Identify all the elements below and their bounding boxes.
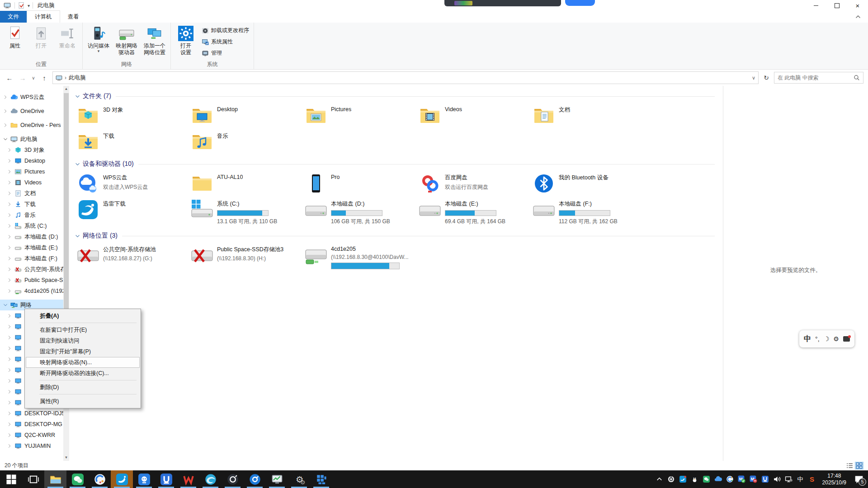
sidebar-item[interactable]: Videos bbox=[0, 177, 69, 188]
chevron-right-icon[interactable] bbox=[7, 277, 12, 283]
chevron-down-icon[interactable] bbox=[75, 161, 80, 167]
chevron-right-icon[interactable] bbox=[7, 346, 12, 351]
chevron-right-icon[interactable] bbox=[7, 158, 12, 164]
sidebar-item[interactable]: 4cd1e205 (\\192.168.8.30 bbox=[0, 286, 69, 296]
forward-button[interactable]: → bbox=[18, 74, 28, 82]
details-view-button[interactable] bbox=[845, 462, 854, 469]
taskbar-settings-app[interactable]: ⚙⚙ bbox=[288, 470, 310, 488]
scrollbar-thumb[interactable] bbox=[64, 93, 69, 314]
section-header-folders[interactable]: 文件夹 (7) bbox=[75, 91, 723, 101]
context-menu-item[interactable]: 属性(R) bbox=[26, 396, 140, 407]
search-input[interactable]: 在 此电脑 中搜索 bbox=[774, 72, 863, 84]
ime-settings-gear-icon[interactable]: ⚙ bbox=[833, 335, 839, 343]
chevron-right-icon[interactable] bbox=[7, 180, 12, 185]
tray-ime-mode[interactable]: 中 bbox=[797, 475, 804, 483]
taskbar-system-monitor-app[interactable] bbox=[266, 470, 288, 488]
sidebar-item[interactable]: 3D 对象 bbox=[0, 145, 69, 155]
context-menu-item[interactable]: 折叠(A) bbox=[26, 310, 140, 321]
quick-access-dropdown-icon[interactable]: ▾ bbox=[28, 3, 30, 8]
file-item[interactable]: 文档 bbox=[530, 103, 644, 129]
tray-u-app[interactable] bbox=[761, 475, 769, 483]
sidebar-item[interactable]: 音乐 bbox=[0, 210, 69, 221]
sidebar-item[interactable]: 公共空间-系统存储池 bbox=[0, 264, 69, 275]
sidebar-item[interactable]: 系统 (C:) bbox=[0, 221, 69, 231]
sidebar-item[interactable]: Q2C-KWRR bbox=[0, 430, 69, 441]
file-item[interactable]: 本地磁盘 (E:)69.4 GB 可用, 共 164 GB bbox=[416, 197, 530, 227]
chevron-right-icon[interactable] bbox=[7, 411, 12, 416]
chevron-right-icon[interactable] bbox=[3, 108, 8, 114]
chevron-right-icon[interactable] bbox=[7, 223, 12, 229]
back-button[interactable]: ← bbox=[5, 74, 14, 82]
taskbar-start-button[interactable] bbox=[0, 470, 22, 488]
chevron-right-icon[interactable] bbox=[7, 191, 12, 196]
breadcrumb-chevron-icon[interactable]: › bbox=[65, 75, 66, 81]
large-icons-view-button[interactable] bbox=[855, 462, 863, 469]
chevron-right-icon[interactable] bbox=[7, 202, 12, 207]
tray-cloud-drive[interactable] bbox=[714, 475, 722, 483]
tray-app-1[interactable] bbox=[667, 475, 675, 483]
ribbon-small-button-manage[interactable]: 管理 bbox=[202, 48, 249, 58]
refresh-icon[interactable]: ↻ bbox=[762, 74, 771, 81]
file-item[interactable]: ATU-AL10 bbox=[189, 171, 302, 197]
close-button[interactable]: × bbox=[847, 0, 868, 11]
taskbar-chat-app[interactable] bbox=[89, 470, 111, 488]
chevron-right-icon[interactable] bbox=[7, 367, 12, 373]
section-header-devices[interactable]: 设备和驱动器 (10) bbox=[75, 159, 723, 169]
ime-punctuation-button[interactable]: °, bbox=[815, 335, 820, 343]
sidebar-item[interactable]: Public Space-SSD存储池3 bbox=[0, 275, 69, 286]
sidebar-item[interactable]: 此电脑 bbox=[0, 134, 69, 145]
chevron-right-icon[interactable] bbox=[7, 169, 12, 174]
taskbar-pixel-app[interactable] bbox=[310, 470, 332, 488]
search-icon[interactable] bbox=[854, 75, 860, 81]
chevron-right-icon[interactable] bbox=[7, 422, 12, 427]
ribbon-button-settings[interactable]: 打开设置 bbox=[173, 23, 199, 60]
tray-expand[interactable] bbox=[656, 475, 663, 483]
ribbon-button-mapdrive[interactable]: 映射网络驱动器 bbox=[113, 23, 141, 60]
chevron-right-icon[interactable] bbox=[7, 288, 12, 294]
file-item[interactable]: 本地磁盘 (F:)112 GB 可用, 共 162 GB bbox=[530, 197, 644, 227]
chevron-right-icon[interactable] bbox=[7, 324, 12, 329]
ime-night-mode-icon[interactable]: ☽ bbox=[824, 335, 830, 343]
file-item[interactable]: 3D 对象 bbox=[75, 103, 189, 129]
scroll-down-icon[interactable]: ▼ bbox=[63, 455, 69, 461]
file-item[interactable]: 4cd1e205(\\192.168.8.30@40100\DavW... bbox=[302, 243, 416, 273]
chevron-down-icon[interactable] bbox=[75, 94, 80, 99]
chevron-right-icon[interactable] bbox=[7, 400, 12, 405]
tray-m-ok[interactable]: M bbox=[738, 475, 745, 483]
sidebar-item[interactable]: 本地磁盘 (D:) bbox=[0, 231, 69, 242]
taskbar-u-app[interactable] bbox=[155, 470, 177, 488]
breadcrumb[interactable]: 此电脑 bbox=[69, 74, 86, 82]
file-item[interactable]: 迅雷下载 bbox=[75, 197, 189, 227]
chevron-down-icon[interactable] bbox=[3, 136, 8, 142]
chevron-right-icon[interactable] bbox=[7, 245, 12, 250]
ribbon-button-prop[interactable]: 属性 bbox=[2, 23, 28, 60]
recent-locations-icon[interactable]: ∨ bbox=[31, 75, 36, 80]
context-menu-item[interactable]: 固定到"开始"屏幕(P) bbox=[26, 346, 140, 357]
taskbar-clock[interactable]: 17:482025/10/9 bbox=[822, 473, 846, 486]
file-item[interactable]: WPS云盘双击进入WPS云盘 bbox=[75, 171, 189, 197]
ribbon-small-button-sysprop[interactable]: 系统属性 bbox=[202, 37, 249, 47]
chevron-right-icon[interactable] bbox=[7, 335, 12, 340]
file-item[interactable]: 音乐 bbox=[189, 129, 302, 155]
chevron-down-icon[interactable] bbox=[3, 302, 8, 308]
sidebar-item[interactable]: 本地磁盘 (F:) bbox=[0, 253, 69, 264]
file-item[interactable]: 下载 bbox=[75, 129, 189, 155]
taskbar-file-explorer[interactable] bbox=[44, 470, 66, 488]
taskbar-wps-office[interactable] bbox=[177, 470, 199, 488]
chevron-right-icon[interactable] bbox=[7, 357, 12, 362]
ime-skin-icon[interactable] bbox=[843, 336, 850, 342]
ime-mode-button[interactable]: 中 bbox=[804, 334, 811, 344]
taskbar-wechat[interactable] bbox=[66, 470, 89, 488]
file-item[interactable]: 我的 Bluetooth 设备 bbox=[530, 171, 644, 197]
file-item[interactable]: Pictures bbox=[302, 103, 416, 129]
taskbar-edge-browser[interactable] bbox=[199, 470, 222, 488]
address-dropdown-icon[interactable]: ∨ bbox=[752, 75, 755, 81]
chevron-down-icon[interactable] bbox=[75, 233, 80, 239]
ribbon-small-button-uninstall[interactable]: 卸载或更改程序 bbox=[202, 26, 249, 36]
taskbar-dark-app[interactable] bbox=[222, 470, 244, 488]
tab-file[interactable]: 文件 bbox=[0, 11, 27, 23]
taskbar-thunder[interactable] bbox=[111, 470, 133, 488]
tray-wechat[interactable] bbox=[703, 475, 710, 483]
tab-view[interactable]: 查看 bbox=[60, 11, 87, 23]
chevron-right-icon[interactable] bbox=[3, 122, 8, 128]
